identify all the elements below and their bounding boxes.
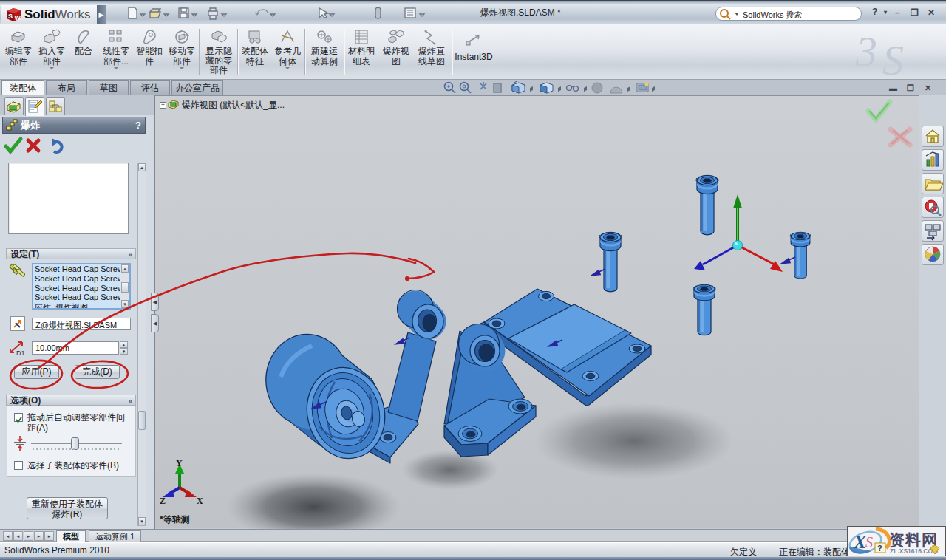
svg-text:资料网: 资料网	[889, 531, 938, 548]
svg-text:W: W	[15, 14, 21, 21]
svg-text:?: ?	[877, 544, 882, 553]
svg-text:S: S	[865, 534, 873, 550]
svg-text:Y: Y	[176, 458, 183, 468]
svg-text:S: S	[8, 13, 13, 20]
svg-text:*等轴测: *等轴测	[160, 514, 190, 525]
svg-text:D1: D1	[16, 349, 25, 357]
svg-text:X: X	[197, 496, 203, 506]
svg-text:Z: Z	[160, 496, 166, 506]
